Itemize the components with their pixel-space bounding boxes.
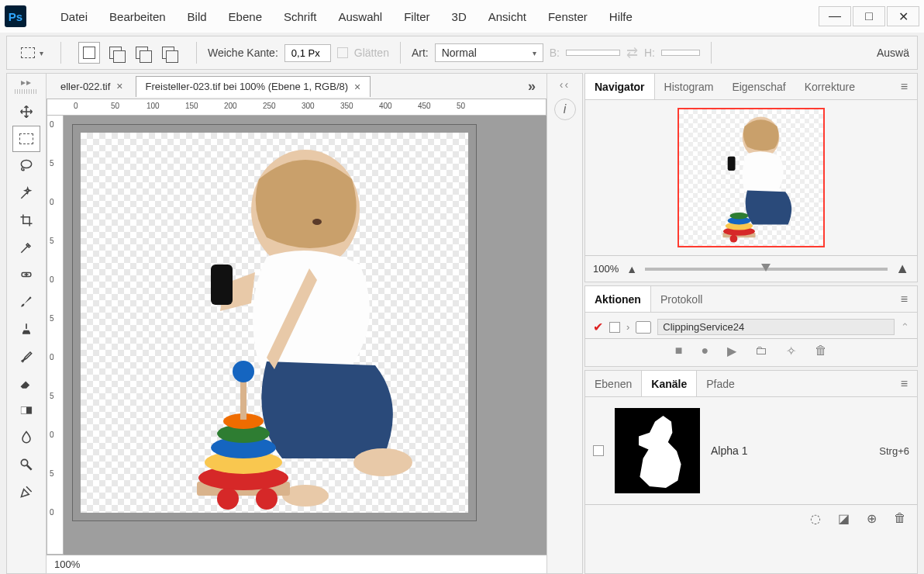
panel-menu-icon[interactable]: ≡ [891,377,917,391]
vertical-ruler[interactable]: 05050505050 [47,116,64,555]
chevron-right-icon[interactable]: › [626,321,629,333]
channel-name[interactable]: Alpha 1 [711,444,868,457]
action-stop-icon[interactable]: ■ [675,344,683,358]
action-delete-icon[interactable]: 🗑 [815,344,827,358]
move-tool[interactable] [12,99,40,125]
zoom-out-icon[interactable]: ▲ [626,263,637,275]
feather-input[interactable] [284,44,331,62]
menu-file[interactable]: Datei [50,10,98,23]
action-set-row[interactable]: ✔ › ClippingService24 ⌃ [585,316,917,338]
menu-3d[interactable]: 3D [441,10,478,23]
toolbox: ▸▸ [6,73,47,574]
svg-point-4 [21,459,27,465]
horizontal-ruler[interactable]: 05010015020025030035040045050 [47,99,546,116]
tabs-overflow-icon[interactable]: » [522,78,542,95]
collapsed-panel-strip: ‹‹ i [547,73,583,574]
action-new-set-icon[interactable]: 🗀 [755,344,767,358]
navigator-image [706,116,799,244]
width-input [566,50,620,56]
healing-brush-tool[interactable] [12,261,40,288]
toolbox-expand-icon[interactable]: ▸▸ [21,77,32,88]
eraser-tool[interactable] [12,370,40,396]
svg-point-27 [730,235,738,243]
zoom-in-icon[interactable]: ▲ [895,261,909,277]
panel-collapse-icon[interactable]: ‹‹ [560,78,570,91]
brush-tool[interactable] [12,289,40,315]
menu-layer[interactable]: Ebene [218,10,273,23]
blur-tool[interactable] [12,424,40,451]
crop-tool[interactable] [12,207,40,233]
load-selection-icon[interactable]: ◌ [810,511,821,526]
folder-icon [636,321,651,334]
style-select[interactable]: Normal▾ [435,43,543,62]
channel-row-alpha1[interactable]: Alpha 1 Strg+6 [585,402,917,500]
selection-subtract-button[interactable] [131,42,153,64]
window-maximize-button[interactable]: □ [853,6,885,26]
menu-select[interactable]: Auswahl [328,10,394,23]
marquee-tool[interactable] [12,126,40,152]
actions-panel: Aktionen Protokoll ≡ ✔ › ClippingService… [584,285,918,367]
dodge-tool[interactable] [12,451,40,478]
panel-menu-icon[interactable]: ≡ [891,292,917,306]
window-minimize-button[interactable]: — [819,6,851,26]
svg-point-6 [312,219,322,225]
menu-filter[interactable]: Filter [393,10,440,23]
action-play-icon[interactable]: ▶ [727,344,736,358]
action-check-icon[interactable]: ✔ [593,320,603,334]
panel-menu-icon[interactable]: ≡ [891,80,917,94]
select-and-mask-button[interactable]: Auswä [877,47,909,59]
menu-edit[interactable]: Bearbeiten [98,10,177,23]
save-selection-icon[interactable]: ◪ [838,511,850,526]
action-set-name[interactable]: ClippingService24 [657,319,895,335]
svg-point-0 [21,161,31,168]
delete-channel-icon[interactable]: 🗑 [894,511,906,526]
tool-preset-icon[interactable] [21,47,35,58]
document-tab-1[interactable]: eller-022.tif× [51,76,133,96]
menu-image[interactable]: Bild [177,10,218,23]
action-dialog-toggle[interactable] [609,322,620,333]
channel-visibility-toggle[interactable] [593,445,604,456]
new-channel-icon[interactable]: ⊕ [867,511,877,526]
tab-history[interactable]: Protokoll [651,286,712,312]
tab-actions[interactable]: Aktionen [585,286,651,312]
pen-tool[interactable] [12,479,40,505]
tab-navigator[interactable]: Navigator [585,74,655,99]
artboard[interactable] [73,125,476,520]
toolbox-grip-icon[interactable] [15,89,38,94]
eyedropper-tool[interactable] [12,234,40,261]
selection-intersect-button[interactable] [157,42,179,64]
zoom-slider[interactable] [645,268,888,271]
clone-stamp-tool[interactable] [12,316,40,342]
width-label: B: [550,47,560,59]
scroll-up-icon[interactable]: ⌃ [901,321,909,333]
history-brush-tool[interactable] [12,343,40,369]
close-tab-icon[interactable]: × [354,81,360,93]
menu-help[interactable]: Hilfe [598,10,643,23]
svg-rect-7 [211,265,233,305]
action-record-icon[interactable]: ● [702,344,709,358]
action-new-icon[interactable]: ✧ [786,344,796,358]
magic-wand-tool[interactable] [12,180,40,206]
tool-preset-chevron-icon[interactable]: ▾ [40,49,43,57]
tab-channels[interactable]: Kanäle [641,371,697,396]
tab-properties[interactable]: Eigenschaf [722,74,795,99]
menu-type[interactable]: Schrift [273,10,328,23]
tab-layers[interactable]: Ebenen [585,371,641,396]
canvas-stage[interactable] [64,116,546,555]
tab-paths[interactable]: Pfade [697,371,744,396]
menu-window[interactable]: Fenster [537,10,598,23]
lasso-tool[interactable] [12,153,40,179]
gradient-tool[interactable] [12,397,40,424]
zoom-level[interactable]: 100% [54,558,80,570]
info-panel-icon[interactable]: i [554,99,576,120]
selection-new-button[interactable] [78,42,100,64]
navigator-zoom-value[interactable]: 100% [593,263,619,275]
close-tab-icon[interactable]: × [116,80,122,92]
tab-adjustments[interactable]: Korrekture [795,74,864,99]
tab-histogram[interactable]: Histogram [655,74,723,99]
selection-add-button[interactable] [105,42,126,64]
menu-view[interactable]: Ansicht [478,10,537,23]
window-close-button[interactable]: ✕ [887,6,919,26]
navigator-thumbnail[interactable] [677,108,825,247]
document-tab-2[interactable]: Freisteller-023.tif bei 100% (Ebene 1, R… [136,76,371,97]
